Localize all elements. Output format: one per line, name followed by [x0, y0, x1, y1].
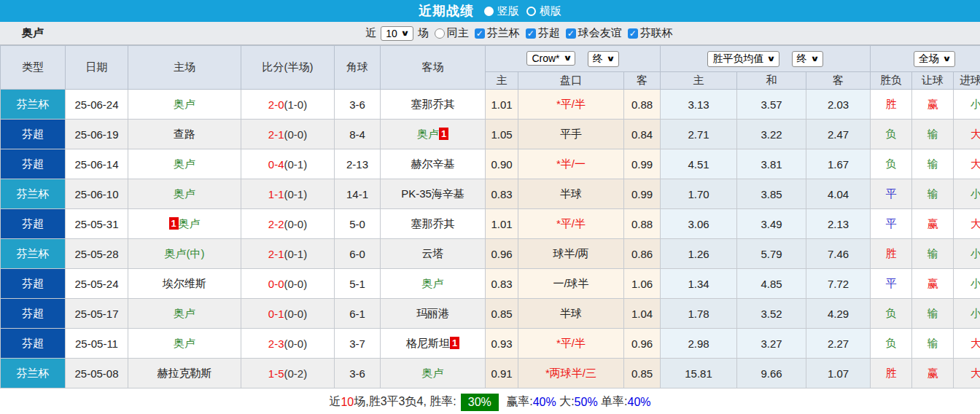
odd-rate-value: 40% [628, 396, 651, 409]
page-title: 近期战绩 [419, 2, 474, 20]
full-time-score: 2-3 [268, 337, 284, 350]
league-checkbox-league-cup[interactable]: ✓ [628, 28, 638, 39]
goals-result-cell: 小 [954, 299, 980, 329]
handicap-line: *半/一 [518, 149, 624, 179]
away-team-cell: 玛丽港 [381, 299, 486, 329]
bookmaker-select[interactable]: Crow*∨ [526, 51, 575, 66]
type-badge: 芬兰杯 [1, 359, 66, 388]
team-label: 奥卢 [174, 157, 195, 170]
chevron-down-icon: ∨ [606, 54, 615, 63]
team-label: 奥卢 [174, 307, 195, 319]
home-team-cell: 查路 [128, 120, 241, 149]
handicap-line: 半球 [518, 299, 624, 329]
chevron-down-icon: ∨ [767, 54, 777, 63]
filter-controls: 近 10∨ 场 同主 ✓ 芬兰杯 ✓ 芬超 ✓ 球会友谊 ✓ 芬联杯 [365, 26, 673, 41]
result-cell: 平 [871, 269, 912, 299]
subheader-handicap-home: 主 [486, 72, 518, 90]
odds-away: 2.47 [806, 120, 871, 149]
half-time-score: (0-0) [284, 278, 308, 290]
odds-home: 1.34 [661, 269, 737, 299]
near-label: 近 [365, 26, 376, 40]
league-label-veikkausliiga[interactable]: 芬超 [538, 26, 560, 40]
away-team-cell: 奥卢1 [381, 120, 486, 149]
date-cell: 25-06-24 [66, 90, 128, 120]
half-time-score: (0-1) [284, 158, 308, 171]
subheader-goals-result: 进球数 [954, 72, 980, 90]
league-label-league-cup[interactable]: 芬联杯 [640, 26, 673, 40]
handicap-line: *两球半/三 [518, 359, 624, 388]
away-team-cell: 塞那乔其 [381, 90, 486, 120]
date-cell: 25-05-28 [66, 239, 128, 269]
score-cell: 2-1(0-1) [241, 239, 335, 269]
result-cell: 胜 [871, 90, 912, 120]
corner-cell: 3-6 [335, 90, 381, 120]
handicap-away-odds: 1.06 [624, 269, 661, 299]
table-row: 芬超25-05-311奥卢2-2(0-0)5-0塞那乔其1.01*平/半0.88… [1, 209, 980, 239]
vertical-radio-label[interactable]: 竖版 [497, 4, 519, 18]
odds-draw: 3.52 [737, 299, 806, 329]
handicap-home-odds: 0.91 [486, 359, 518, 388]
date-cell: 25-05-11 [66, 329, 128, 359]
same-home-label[interactable]: 同主 [447, 26, 469, 40]
handicap-away-odds: 0.86 [624, 239, 661, 269]
table-row: 芬兰杯25-06-10奥卢1-1(0-1)14-1PK-35海辛基0.83半球0… [1, 179, 980, 209]
odds-type-select[interactable]: 胜平负均值∨ [707, 51, 779, 67]
red-card-badge: 1 [450, 337, 459, 349]
handicap-line: 半球 [518, 179, 624, 209]
type-badge: 芬超 [1, 149, 66, 179]
handicap-home-odds: 1.01 [486, 209, 518, 239]
handicap-rate-label: 赢率: [503, 394, 533, 410]
team-name: 奥卢 [22, 26, 44, 40]
match-count-select[interactable]: 10∨ [381, 26, 413, 41]
away-team-cell: 奥卢 [381, 269, 486, 299]
home-team-cell: 1奥卢 [128, 209, 241, 239]
league-label-club-friendly[interactable]: 球会友谊 [578, 26, 622, 40]
odds-draw: 3.49 [737, 209, 806, 239]
horizontal-radio[interactable] [526, 7, 536, 16]
team-label: 奥卢 [174, 187, 195, 200]
odds-away: 2.03 [806, 90, 871, 120]
full-time-score: 2-1 [268, 248, 284, 260]
team-label: PK-35海辛基 [401, 187, 464, 200]
score-cell: 0-4(0-1) [241, 149, 335, 179]
type-badge: 芬兰杯 [1, 90, 66, 120]
handicap-result-cell: 输 [912, 299, 954, 329]
same-home-checkbox[interactable] [435, 28, 445, 39]
team-label: 塞那乔其 [411, 217, 455, 230]
full-time-score: 0-4 [268, 158, 284, 171]
handicap-home-odds: 0.96 [486, 239, 518, 269]
handicap-time-select[interactable]: 终∨ [588, 51, 619, 67]
type-badge: 芬超 [1, 120, 66, 149]
vertical-radio[interactable] [484, 7, 494, 16]
league-label-finnish-cup[interactable]: 芬兰杯 [487, 26, 520, 40]
league-checkbox-club-friendly[interactable]: ✓ [566, 28, 576, 39]
odds-away: 1.07 [806, 359, 871, 388]
league-checkbox-finnish-cup[interactable]: ✓ [475, 28, 485, 39]
goals-result-cell: 小 [954, 269, 980, 299]
odds-time-select[interactable]: 终∨ [792, 51, 823, 67]
date-cell: 25-05-24 [66, 269, 128, 299]
table-row: 芬超25-05-17奥卢0-1(0-0)6-1玛丽港0.85半球1.041.78… [1, 299, 980, 329]
handicap-result-cell: 输 [912, 179, 954, 209]
period-select[interactable]: 全场∨ [914, 51, 955, 67]
horizontal-radio-label[interactable]: 横版 [540, 4, 561, 18]
corner-cell: 6-1 [335, 299, 381, 329]
results-body: 芬兰杯25-06-24奥卢2-0(1-0)3-6塞那乔其1.01*平/半0.88… [1, 90, 980, 388]
odds-home: 4.51 [661, 149, 737, 179]
home-team-cell: 奥卢 [128, 179, 241, 209]
half-time-score: (1-0) [284, 98, 308, 111]
odds-away: 7.72 [806, 269, 871, 299]
table-row: 芬超25-05-11奥卢2-3(0-0)3-7格尼斯坦10.93*平/半0.96… [1, 329, 980, 359]
half-time-score: (0-0) [284, 218, 308, 230]
team-label: 查路 [174, 128, 195, 140]
result-cell: 平 [871, 179, 912, 209]
handicap-home-odds: 1.05 [486, 120, 518, 149]
goals-result-cell: 小 [954, 239, 980, 269]
date-cell: 25-05-08 [66, 359, 128, 388]
score-cell: 2-1(0-0) [241, 120, 335, 149]
score-cell: 2-2(0-0) [241, 209, 335, 239]
league-checkbox-veikkausliiga[interactable]: ✓ [526, 28, 536, 39]
home-team-cell: 奥卢 [128, 149, 241, 179]
odds-home: 1.26 [661, 239, 737, 269]
full-time-score: 2-1 [268, 128, 284, 141]
